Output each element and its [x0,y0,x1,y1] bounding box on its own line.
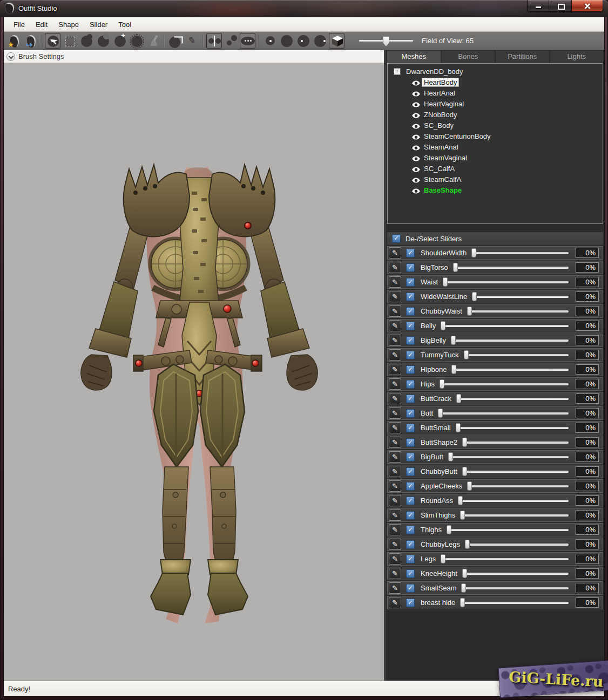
slider-thumb[interactable] [451,365,456,374]
slider-track[interactable] [462,587,569,589]
slider-thumb[interactable] [441,554,445,563]
slider-checkbox[interactable]: ✓ [406,497,415,505]
slider-thumb[interactable] [448,452,453,461]
edit-slider-button[interactable]: ✎ [389,364,401,375]
slider-thumb[interactable] [458,496,463,505]
edit-slider-button[interactable]: ✎ [389,262,401,273]
slider-track[interactable] [468,310,569,312]
slider-checkbox[interactable]: ✓ [406,569,415,578]
slider-checkbox[interactable]: ✓ [406,467,415,476]
mesh-tree-item[interactable]: BaseShape [388,185,603,196]
deselect-sliders-checkbox[interactable]: ✓ [392,234,401,243]
eye-visibility-icon[interactable] [411,155,421,161]
slider-thumb[interactable] [440,379,444,389]
slider-checkbox[interactable]: ✓ [406,307,415,316]
eye-visibility-icon[interactable] [411,112,421,118]
slider-track[interactable] [464,354,569,356]
slider-track[interactable] [461,514,569,516]
slider-thumb[interactable] [462,569,467,578]
slider-track[interactable] [472,252,569,254]
slider-checkbox[interactable]: ✓ [406,293,415,301]
eye-visibility-icon[interactable] [411,166,421,172]
menu-item[interactable]: Tool [113,18,137,31]
slider-thumb[interactable] [464,350,469,359]
slider-checkbox[interactable]: ✓ [406,453,415,461]
slider-thumb[interactable] [462,438,467,447]
mesh-tree-item[interactable]: HeartVaginal [388,99,603,110]
panel-tab[interactable]: Bones [442,51,495,63]
slider-track[interactable] [449,456,569,458]
weight-brush-icon[interactable] [145,33,161,49]
close-button[interactable] [572,0,603,11]
slider-track[interactable] [438,412,569,414]
slider-track[interactable] [468,485,569,487]
edit-slider-button[interactable]: ✎ [389,437,401,448]
field-of-view-thumb[interactable] [383,36,389,46]
slider-checkbox[interactable]: ✓ [406,380,415,389]
slider-thumb[interactable] [447,525,451,534]
slider-track[interactable] [458,500,569,502]
slider-thumb[interactable] [438,409,443,418]
eye-visibility-icon[interactable] [411,187,421,194]
mesh-tree-item[interactable]: SC_Body [388,120,603,131]
slider-checkbox[interactable]: ✓ [406,351,415,359]
panel-tab[interactable]: Lights [550,51,604,63]
mesh-tree-root[interactable]: DwarvenDD_body [388,66,603,77]
slider-track[interactable] [451,339,569,342]
edit-slider-button[interactable]: ✎ [389,407,401,419]
eye-visibility-icon[interactable] [411,144,421,151]
edit-slider-button[interactable]: ✎ [389,378,401,390]
slider-thumb[interactable] [467,481,472,491]
slider-checkbox[interactable]: ✓ [406,438,415,447]
global-brush-icon[interactable] [240,33,255,49]
slider-checkbox[interactable]: ✓ [406,263,415,272]
slider-thumb[interactable] [456,423,461,432]
slider-thumb[interactable] [453,263,458,272]
edit-slider-button[interactable]: ✎ [389,291,401,302]
slider-track[interactable] [452,369,569,371]
slider-thumb[interactable] [465,540,470,549]
slider-checkbox[interactable]: ✓ [406,511,415,520]
slider-thumb[interactable] [460,598,465,607]
edit-slider-button[interactable]: ✎ [389,466,401,477]
edit-slider-button[interactable]: ✎ [389,553,401,565]
slider-track[interactable] [457,398,569,400]
eye-visibility-icon[interactable] [411,176,421,183]
mirror-toggle-icon[interactable] [206,33,222,49]
slider-thumb[interactable] [443,277,448,287]
slider-thumb[interactable] [462,467,467,476]
mesh-tree-item[interactable]: SC_CalfA [388,164,603,174]
chevron-down-icon[interactable] [6,52,15,61]
menu-item[interactable]: File [8,18,30,31]
load-project-icon[interactable]: ↪ [23,33,38,49]
slider-checkbox[interactable]: ✓ [406,365,415,374]
edit-slider-button[interactable]: ✎ [389,582,401,594]
minimize-button[interactable] [528,0,549,11]
mesh-tree-item[interactable]: SteamCenturionBody [388,131,603,142]
edit-slider-button[interactable]: ✎ [389,422,401,433]
edit-slider-button[interactable]: ✎ [389,539,401,550]
deflate-brush-icon[interactable] [95,33,111,49]
slider-track[interactable] [465,543,569,546]
mesh-tree-item[interactable]: ZNobBody [388,110,603,120]
textured-view-icon[interactable] [329,33,344,49]
slider-checkbox[interactable]: ✓ [406,336,415,345]
menu-item[interactable]: Slider [84,18,113,31]
mesh-tree-item[interactable]: SteamCalfA [388,174,603,185]
mesh-tree-item[interactable]: HeartAnal [388,88,603,99]
edit-slider-button[interactable]: ✎ [389,335,401,346]
slider-track[interactable] [463,573,569,575]
mesh-tree[interactable]: DwarvenDD_body HeartBody [387,63,603,224]
edit-slider-button[interactable]: ✎ [389,524,401,535]
slider-thumb[interactable] [461,583,466,593]
edit-slider-button[interactable]: ✎ [389,349,401,361]
edit-slider-button[interactable]: ✎ [389,451,401,463]
menu-item[interactable]: Shape [53,18,84,31]
slider-checkbox[interactable]: ✓ [406,482,415,491]
mesh-tree-item[interactable]: SteamAnal [388,142,603,153]
edit-slider-button[interactable]: ✎ [389,568,401,579]
slider-thumb[interactable] [472,292,477,301]
slider-track[interactable] [456,427,569,429]
eye-visibility-icon[interactable] [411,79,421,86]
brush-spacing-icon[interactable] [312,33,328,49]
